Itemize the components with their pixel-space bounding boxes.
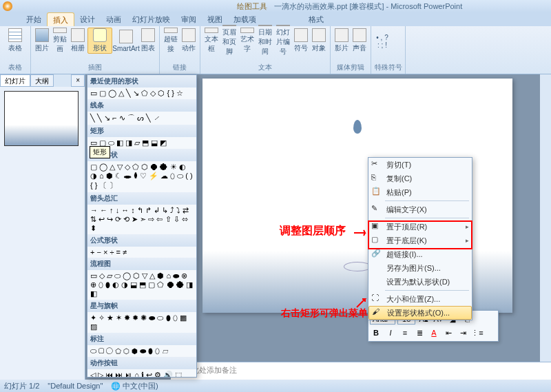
ctx-save-pic[interactable]: 另存为图片(S)... — [368, 261, 472, 275]
ribbon-group-tables: 表格 表格 — [0, 26, 31, 74]
shapes-dropdown[interactable]: 最近使用的形状 ▭ ▢ ◯ △ ╲ ↘ ⬠ ◇ ⬡ { } ☆ 线条 ╲ ╲ ↘… — [87, 74, 197, 378]
annotation-arrow-2 — [355, 298, 368, 309]
panel-close[interactable]: × — [71, 74, 85, 87]
panel-tab-outline[interactable]: 大纲 — [30, 74, 54, 87]
status-slide: 幻灯片 1/2 — [4, 381, 39, 391]
tab-insert[interactable]: 插入 — [47, 12, 74, 26]
chart-button[interactable]: 图表 — [140, 28, 156, 54]
object-button[interactable]: 对象 — [311, 28, 327, 54]
status-lang[interactable]: 🌐 中文(中国) — [111, 381, 158, 391]
ribbon-group-special: • , ?: ; ! 特殊符号 — [371, 26, 406, 74]
panel-tab-slides[interactable]: 幻灯片 — [0, 74, 30, 87]
mini-align2[interactable]: ≣ — [413, 327, 426, 339]
size-icon: ⛶ — [371, 293, 384, 305]
headerfooter-button[interactable]: 页眉和页脚 — [221, 28, 238, 54]
water-drop-shape[interactable] — [353, 120, 362, 134]
album-button[interactable]: 相册 — [70, 28, 86, 54]
slidenum-button[interactable]: 幻灯片编号 — [275, 28, 291, 54]
sound-button[interactable]: 声音 — [351, 28, 368, 54]
mini-indent-inc[interactable]: ⇥ — [457, 327, 469, 339]
ribbon-group-links: 超链接 动作 链接 — [160, 26, 200, 74]
smartart-button[interactable]: SmartArt — [114, 28, 138, 54]
ctx-size-pos[interactable]: ⛶大小和位置(Z)... — [368, 292, 472, 306]
back-icon: ▢ — [371, 235, 384, 246]
tab-review[interactable]: 审阅 — [176, 12, 202, 26]
ctx-send-back[interactable]: ▢置于底层(K)▸ — [368, 234, 472, 247]
ribbon: 表格 表格 图片 剪贴画 相册 形状 SmartArt 图表 插图 超链接 动作… — [0, 26, 551, 74]
tab-format[interactable]: 格式 — [303, 12, 329, 26]
mini-fontcolor[interactable]: A — [428, 327, 440, 339]
shape-tooltip: 矩形 — [90, 146, 110, 158]
ctx-paste[interactable]: 📋粘贴(P) — [368, 185, 472, 199]
symbol-button[interactable]: 符号 — [293, 28, 309, 54]
notes-pane[interactable]: 单击此处添加备注 — [171, 362, 551, 380]
cut-icon: ✂ — [371, 159, 384, 170]
annotation-text-2: 右击矩形可弹出菜单 — [281, 307, 368, 320]
front-icon: ▣ — [371, 221, 384, 232]
ribbon-group-illustrations: 图片 剪贴画 相册 形状 SmartArt 图表 插图 — [31, 26, 160, 74]
shapes-hdr-recent: 最近使用的形状 — [87, 75, 196, 87]
datetime-button[interactable]: 日期和时间 — [257, 28, 273, 54]
ctx-default-shape[interactable]: 设置为默认形状(D) — [368, 275, 472, 289]
tab-slideshow[interactable]: 幻灯片放映 — [127, 12, 176, 26]
tab-home[interactable]: 开始 — [21, 12, 47, 26]
clipart-button[interactable]: 剪贴画 — [52, 28, 68, 54]
table-button[interactable]: 表格 — [3, 28, 28, 54]
mini-bold[interactable]: B — [370, 327, 382, 339]
vertical-scrollbar[interactable] — [540, 74, 551, 362]
textbox-button[interactable]: 文本框 — [203, 28, 220, 54]
shapes-row-recent: ▭ ▢ ◯ △ ╲ ↘ ⬠ ◇ ⬡ { } ☆ — [87, 87, 196, 99]
status-bar: 幻灯片 1/2 "Default Design" 🌐 中文(中国) — [0, 380, 551, 392]
ribbon-group-media: 影片 声音 媒体剪辑 — [331, 26, 371, 74]
slide-panel: 幻灯片 大纲 × — [0, 74, 85, 380]
shapes-hdr-flow: 流程图 — [87, 258, 196, 270]
link-icon: 🔗 — [371, 249, 384, 260]
ribbon-group-text: 文本框 页眉和页脚 艺术字 日期和时间 幻灯片编号 符号 对象 文本 — [200, 26, 331, 74]
ctx-cut[interactable]: ✂剪切(T) — [368, 158, 472, 172]
shapes-hdr-callout: 标注 — [87, 333, 196, 345]
tab-animation[interactable]: 动画 — [101, 12, 127, 26]
shapes-hdr-stars: 星与旗帜 — [87, 300, 196, 312]
title-bar: 绘图工具 一滴水的动画效果.ppt [兼容模式] - Microsoft Pow… — [0, 0, 551, 12]
tab-view[interactable]: 视图 — [202, 12, 228, 26]
ctx-hyperlink[interactable]: 🔗超链接(I)... — [368, 247, 472, 261]
mini-indent-dec[interactable]: ⇤ — [442, 327, 455, 339]
ctx-format-shape[interactable]: 🖌设置形状格式(O)... — [368, 306, 472, 320]
selected-oval-shape[interactable] — [344, 262, 371, 271]
special-button[interactable]: • , ?: ; ! — [374, 28, 391, 54]
slide-thumbnail-1[interactable] — [4, 91, 79, 146]
tab-addins[interactable]: 加载项 — [228, 12, 262, 26]
copy-icon: ⎘ — [371, 173, 384, 184]
wordart-button[interactable]: 艺术字 — [239, 28, 256, 54]
shapes-hdr-formula: 公式形状 — [87, 234, 196, 247]
ctx-edit-text[interactable]: ✎编辑文字(X) — [368, 203, 472, 216]
annotation-text-1: 调整图层顺序 — [280, 224, 346, 238]
status-theme: "Default Design" — [48, 382, 103, 390]
paste-icon: 📋 — [371, 187, 384, 198]
shapes-hdr-arrows: 箭头总汇 — [87, 192, 196, 205]
annotation-arrow-1 — [354, 229, 369, 237]
hyperlink-button[interactable]: 超链接 — [163, 28, 179, 54]
mini-align[interactable]: ≡ — [399, 327, 411, 339]
action-button[interactable]: 动作 — [180, 28, 197, 54]
shapes-hdr-action: 动作按钮 — [87, 357, 196, 369]
movie-button[interactable]: 影片 — [333, 28, 350, 54]
ctx-copy[interactable]: ⎘复制(C) — [368, 172, 472, 185]
mini-bullets[interactable]: ⋮≡ — [471, 327, 484, 339]
title-document: 一滴水的动画效果.ppt [兼容模式] - Microsoft PowerPoi… — [274, 1, 462, 12]
format-icon: 🖌 — [372, 307, 384, 318]
context-menu[interactable]: ✂剪切(T) ⎘复制(C) 📋粘贴(P) ✎编辑文字(X) ▣置于顶层(R)▸ … — [368, 157, 472, 320]
ctx-bring-front[interactable]: ▣置于顶层(R)▸ — [368, 220, 472, 234]
mini-italic[interactable]: I — [384, 327, 397, 339]
shapes-button[interactable]: 形状 — [87, 28, 112, 54]
tab-design[interactable]: 设计 — [74, 12, 101, 26]
edit-icon: ✎ — [371, 204, 384, 215]
office-orb-icon[interactable] — [3, 1, 12, 11]
title-tool-context: 绘图工具 — [237, 1, 267, 12]
picture-button[interactable]: 图片 — [34, 28, 50, 54]
shapes-hdr-rect: 矩形 — [87, 125, 196, 137]
menu-bar: 开始 插入 设计 动画 幻灯片放映 审阅 视图 加载项 格式 — [0, 12, 551, 26]
shapes-hdr-lines: 线条 — [87, 99, 196, 112]
